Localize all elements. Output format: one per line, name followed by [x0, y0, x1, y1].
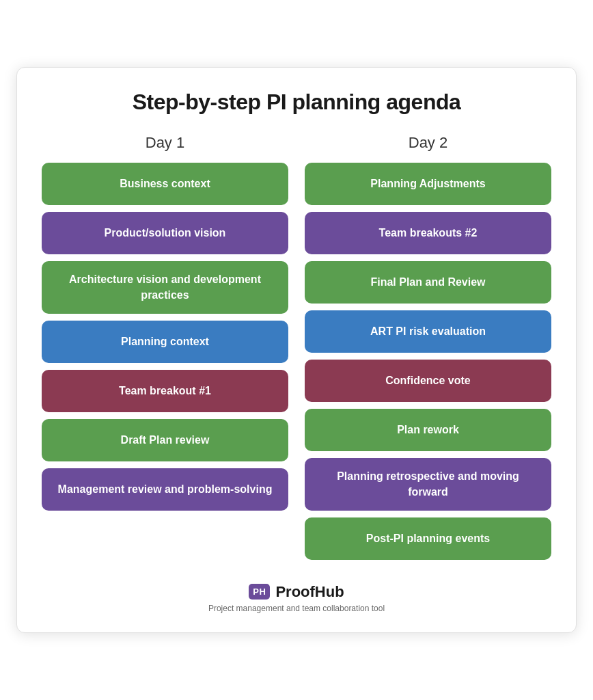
day2-label: Day 2 [305, 134, 551, 152]
day1-item-5: Draft Plan review [42, 419, 288, 461]
day2-item-2: Final Plan and Review [305, 261, 551, 304]
page-title: Step-by-step PI planning agenda [42, 90, 551, 115]
main-card: Step-by-step PI planning agenda Day 1 Bu… [16, 67, 577, 633]
day1-label: Day 1 [42, 134, 288, 152]
day1-item-0: Business context [42, 163, 288, 205]
footer-logo: PH ProofHub [249, 583, 344, 601]
brand-name: ProofHub [275, 583, 344, 601]
day2-item-4: Confidence vote [305, 360, 551, 402]
day1-item-6: Management review and problem-solving [42, 468, 288, 511]
day1-item-1: Product/solution vision [42, 212, 288, 254]
columns-container: Day 1 Business contextProduct/solution v… [42, 134, 551, 567]
footer-tagline: Project management and team collaboratio… [208, 604, 385, 613]
day2-column: Day 2 Planning AdjustmentsTeam breakouts… [305, 134, 551, 567]
day1-column: Day 1 Business contextProduct/solution v… [42, 134, 288, 567]
day1-item-2: Architecture vision and development prac… [42, 261, 288, 314]
day2-item-1: Team breakouts #2 [305, 212, 551, 254]
footer: PH ProofHub Project management and team … [42, 583, 551, 613]
day1-item-4: Team breakout #1 [42, 370, 288, 412]
day2-item-7: Post-PI planning events [305, 517, 551, 560]
day2-item-0: Planning Adjustments [305, 163, 551, 205]
day2-item-3: ART PI risk evaluation [305, 310, 551, 353]
day2-item-5: Plan rework [305, 409, 551, 451]
day2-item-6: Planning retrospective and moving forwar… [305, 458, 551, 511]
ph-badge: PH [249, 584, 270, 600]
day1-item-3: Planning context [42, 321, 288, 363]
